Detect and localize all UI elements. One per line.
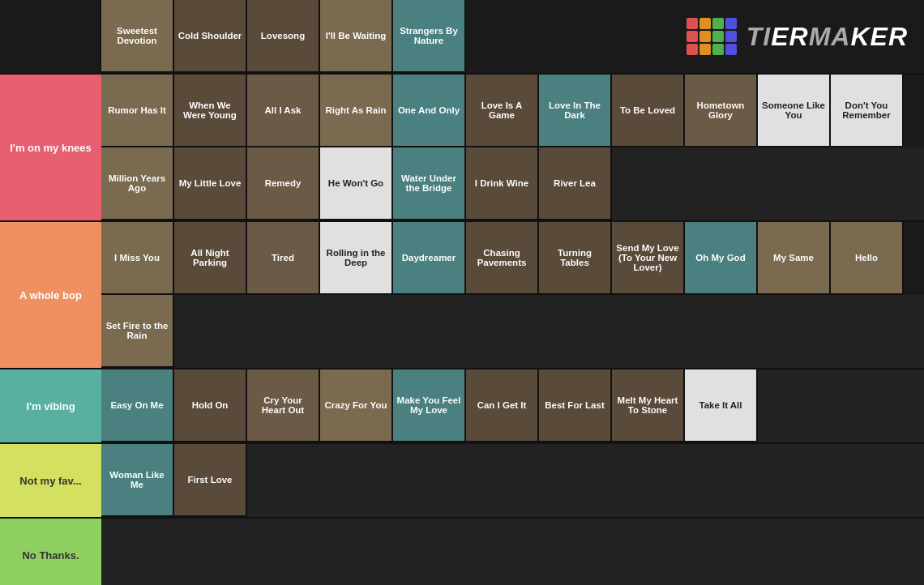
logo-cell [699, 31, 711, 42]
tier-item[interactable]: My Little Love [174, 147, 247, 220]
tier-item[interactable]: One And Only [393, 75, 466, 147]
tier-item[interactable]: Send My Love (To Your New Lover) [612, 222, 685, 295]
tier-item[interactable]: Set Fire to the Rain [101, 295, 174, 368]
tier-item[interactable]: I Drink Wine [466, 147, 539, 220]
tier-label: Not my fav... [0, 444, 101, 517]
tier-row: Not my fav...Woman Like MeFirst Love [0, 444, 924, 519]
logo-cell [699, 18, 711, 29]
tier-row: I'm on my kneesRumor Has ItWhen We Were … [0, 75, 924, 222]
tier-item[interactable]: Cry Your Heart Out [247, 369, 320, 442]
logo-cell [712, 31, 724, 42]
tier-item[interactable]: Strangers By Nature [393, 0, 466, 73]
tier-item[interactable]: My Same [758, 222, 831, 295]
tier-item[interactable]: He Won't Go [320, 147, 393, 220]
tier-label: I'm vibing [0, 369, 101, 442]
empty-area [174, 295, 924, 368]
tier-item[interactable]: Rolling in the Deep [320, 222, 393, 295]
header-items: Sweetest DevotionCold ShoulderLovesongI'… [101, 0, 466, 73]
tier-item[interactable]: Hello [831, 222, 904, 295]
tier-row: A whole bopI Miss YouAll Night ParkingTi… [0, 222, 924, 369]
empty-area [612, 147, 924, 220]
logo-cell [687, 18, 698, 29]
tier-item[interactable]: Don't You Remember [831, 75, 904, 147]
tier-item[interactable]: Lovesong [247, 0, 320, 73]
tier-item[interactable]: Woman Like Me [101, 444, 174, 517]
tier-items-area: Rumor Has ItWhen We Were YoungAll I AskR… [101, 75, 924, 220]
tier-rows: I'm on my kneesRumor Has ItWhen We Were … [0, 75, 924, 585]
logo-area: TiERMAKER [466, 0, 924, 73]
logo-cell [687, 44, 698, 55]
tier-item[interactable]: Water Under the Bridge [393, 147, 466, 220]
tier-item[interactable]: Right As Rain [320, 75, 393, 147]
tier-item[interactable]: All Night Parking [174, 222, 247, 295]
tier-item[interactable]: Melt My Heart To Stone [612, 369, 685, 442]
empty-area [101, 519, 924, 585]
logo-cell [712, 44, 724, 55]
tier-item[interactable]: Best For Last [539, 369, 612, 442]
tier-item[interactable]: Easy On Me [101, 369, 174, 442]
tier-item[interactable]: Take It All [685, 369, 758, 442]
tier-list: Sweetest DevotionCold ShoulderLovesongI'… [0, 0, 924, 585]
logo-grid [687, 18, 737, 55]
tier-items-area: Easy On MeHold OnCry Your Heart OutCrazy… [101, 369, 924, 442]
empty-area [758, 369, 924, 442]
tier-row: No Thanks. [0, 519, 924, 585]
tier-item[interactable]: Million Years Ago [101, 147, 174, 220]
tier-item[interactable]: Cold Shoulder [174, 0, 247, 73]
empty-area [247, 444, 924, 517]
logo-cell [725, 31, 737, 42]
header-row: Sweetest DevotionCold ShoulderLovesongI'… [0, 0, 924, 75]
tier-item[interactable]: Love Is A Game [466, 75, 539, 147]
logo-cell [725, 44, 737, 55]
logo-cell [699, 44, 711, 55]
tier-item[interactable]: Hold On [174, 369, 247, 442]
logo-cell [725, 18, 737, 29]
logo-text: TiERMAKER [746, 22, 908, 52]
tier-item[interactable]: Sweetest Devotion [101, 0, 174, 73]
tier-item[interactable]: Rumor Has It [101, 75, 174, 147]
tier-item[interactable]: I'll Be Waiting [320, 0, 393, 73]
tier-item[interactable]: Tired [247, 222, 320, 295]
tier-item[interactable]: Crazy For You [320, 369, 393, 442]
tier-item[interactable]: To Be Loved [612, 75, 685, 147]
tier-item[interactable]: River Lea [539, 147, 612, 220]
logo-cell [712, 18, 724, 29]
tier-item[interactable]: When We Were Young [174, 75, 247, 147]
header-tier-label [0, 0, 101, 73]
tier-item[interactable]: Can I Get It [466, 369, 539, 442]
tier-item[interactable]: Daydreamer [393, 222, 466, 295]
tier-item[interactable]: Hometown Glory [685, 75, 758, 147]
tier-item[interactable]: Oh My God [685, 222, 758, 295]
tier-item[interactable]: Remedy [247, 147, 320, 220]
tier-items-area [101, 519, 924, 585]
tier-items-area: Woman Like MeFirst Love [101, 444, 924, 517]
tier-item[interactable]: First Love [174, 444, 247, 517]
tier-row: I'm vibingEasy On MeHold OnCry Your Hear… [0, 369, 924, 444]
tier-label: I'm on my knees [0, 75, 101, 220]
tier-item[interactable]: Love In The Dark [539, 75, 612, 147]
tier-item[interactable]: Make You Feel My Love [393, 369, 466, 442]
tier-item[interactable]: All I Ask [247, 75, 320, 147]
tier-label: A whole bop [0, 222, 101, 368]
tier-item[interactable]: I Miss You [101, 222, 174, 295]
tier-label: No Thanks. [0, 519, 101, 585]
tier-item[interactable]: Someone Like You [758, 75, 831, 147]
tier-items-area: I Miss YouAll Night ParkingTiredRolling … [101, 222, 924, 368]
tier-item[interactable]: Chasing Pavements [466, 222, 539, 295]
tier-item[interactable]: Turning Tables [539, 222, 612, 295]
logo-cell [687, 31, 698, 42]
